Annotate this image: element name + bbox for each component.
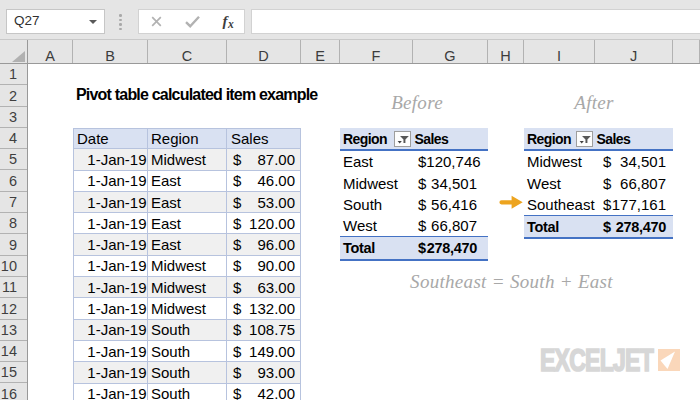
sales-cell[interactable]: $132.00 [227,298,301,319]
before-pivot-sales-cell[interactable]: $120,746 [413,151,488,172]
row-header-9[interactable]: 9 [0,234,27,255]
region-cell[interactable]: Midwest [148,277,227,298]
before-pivot-total-label[interactable]: Total [340,237,413,258]
region-cell[interactable]: East [148,234,227,255]
region-cell[interactable]: Midwest [148,298,227,319]
date-cell[interactable]: 1-Jan-19 [74,213,148,234]
data-table-header-region[interactable]: Region [148,129,227,149]
formula-input[interactable] [251,9,700,34]
column-header-F[interactable]: F [340,40,413,63]
data-table-header-date[interactable]: Date [74,129,148,149]
region-cell[interactable]: Midwest [148,149,227,170]
column-header-B[interactable]: B [73,40,148,63]
before-pivot-total-value[interactable]: $278,470 [413,237,488,258]
row-header-10[interactable]: 10 [0,256,27,277]
region-cell[interactable]: Midwest [148,256,227,277]
data-table-header-sales[interactable]: Sales [227,129,301,149]
date-cell[interactable]: 1-Jan-19 [74,362,148,383]
sales-cell[interactable]: $53.00 [227,192,301,213]
after-pivot-header-region[interactable]: Region [524,128,595,149]
column-header-D[interactable]: D [227,40,301,63]
after-pivot-region-cell[interactable]: Southeast [524,194,595,215]
before-pivot-sales-cell[interactable]: $34,501 [413,173,488,194]
sales-cell[interactable]: $108.75 [227,320,301,341]
region-cell[interactable]: East [148,192,227,213]
before-pivot-region-cell[interactable]: East [340,151,413,172]
row-header-16[interactable]: 16 [0,384,27,400]
formula-bar-splitter[interactable] [119,14,122,30]
column-header-H[interactable]: H [488,40,524,63]
filter-button[interactable] [576,131,593,147]
region-cell[interactable]: South [148,320,227,341]
row-header-2[interactable]: 2 [0,85,27,106]
date-cell[interactable]: 1-Jan-19 [74,277,148,298]
region-cell[interactable]: East [148,171,227,192]
row-header-3[interactable]: 3 [0,107,27,128]
date-cell[interactable]: 1-Jan-19 [74,384,148,400]
before-pivot-region-cell[interactable]: West [340,215,413,236]
row-header-4[interactable]: 4 [0,128,27,149]
before-pivot-sales-cell[interactable]: $66,807 [413,215,488,236]
row-header-14[interactable]: 14 [0,341,27,362]
date-cell[interactable]: 1-Jan-19 [74,256,148,277]
row-header-7[interactable]: 7 [0,192,27,213]
before-pivot-region-cell[interactable]: Midwest [340,173,413,194]
region-cell[interactable]: South [148,341,227,362]
sales-cell[interactable]: $93.00 [227,362,301,383]
row-header-11[interactable]: 11 [0,277,27,298]
after-pivot-sales-cell[interactable]: $66,807 [595,173,673,194]
before-pivot-header-region[interactable]: Region [340,128,413,149]
sales-cell[interactable]: $42.00 [227,384,301,400]
row-header-6[interactable]: 6 [0,171,27,192]
row-header-8[interactable]: 8 [0,213,27,234]
cancel-icon[interactable] [150,15,163,28]
region-cell[interactable]: East [148,213,227,234]
date-cell[interactable]: 1-Jan-19 [74,171,148,192]
date-cell[interactable]: 1-Jan-19 [74,234,148,255]
row-header-12[interactable]: 12 [0,298,27,319]
after-pivot-total-label[interactable]: Total [524,216,595,237]
column-header-G[interactable]: G [413,40,488,63]
date-cell[interactable]: 1-Jan-19 [74,320,148,341]
column-header-E[interactable]: E [301,40,340,63]
region-cell[interactable]: South [148,384,227,400]
date-cell[interactable]: 1-Jan-19 [74,149,148,170]
sales-cell[interactable]: $63.00 [227,277,301,298]
sales-cell[interactable]: $149.00 [227,341,301,362]
before-pivot-sales-cell[interactable]: $56,416 [413,194,488,215]
column-header-J[interactable]: J [595,40,673,63]
after-pivot-region-cell[interactable]: Midwest [524,151,595,172]
row-header-5[interactable]: 5 [0,149,27,170]
currency-symbol: $ [227,300,241,317]
date-cell[interactable]: 1-Jan-19 [74,192,148,213]
region-cell[interactable]: South [148,362,227,383]
select-all-corner[interactable] [0,40,28,63]
row-header-1[interactable]: 1 [0,64,27,85]
after-pivot-header-sales[interactable]: Sales [595,128,673,149]
sales-cell[interactable]: $46.00 [227,171,301,192]
column-header-I[interactable]: I [524,40,595,63]
name-box-dropdown-icon[interactable] [89,20,97,24]
name-box[interactable]: Q27 [6,9,105,34]
sales-cell[interactable]: $120.00 [227,213,301,234]
after-pivot-sales-cell[interactable]: $177,161 [595,194,673,215]
enter-icon[interactable] [184,15,201,28]
column-header-C[interactable]: C [148,40,227,63]
filter-button[interactable] [394,131,411,147]
sales-cell[interactable]: $96.00 [227,234,301,255]
sales-cell[interactable]: $87.00 [227,149,301,170]
insert-function-icon[interactable]: fx [223,14,234,29]
after-pivot-region-cell[interactable]: West [524,173,595,194]
column-header-partial[interactable] [673,40,700,63]
date-cell[interactable]: 1-Jan-19 [74,341,148,362]
row-header-13[interactable]: 13 [0,320,27,341]
row-header-15[interactable]: 15 [0,362,27,383]
currency-symbol: $ [595,219,611,235]
sales-cell[interactable]: $90.00 [227,256,301,277]
column-header-A[interactable]: A [28,40,73,63]
after-pivot-total-value[interactable]: $278,470 [595,216,673,237]
before-pivot-region-cell[interactable]: South [340,194,413,215]
date-cell[interactable]: 1-Jan-19 [74,298,148,319]
before-pivot-header-sales[interactable]: Sales [413,128,488,149]
after-pivot-sales-cell[interactable]: $34,501 [595,151,673,172]
